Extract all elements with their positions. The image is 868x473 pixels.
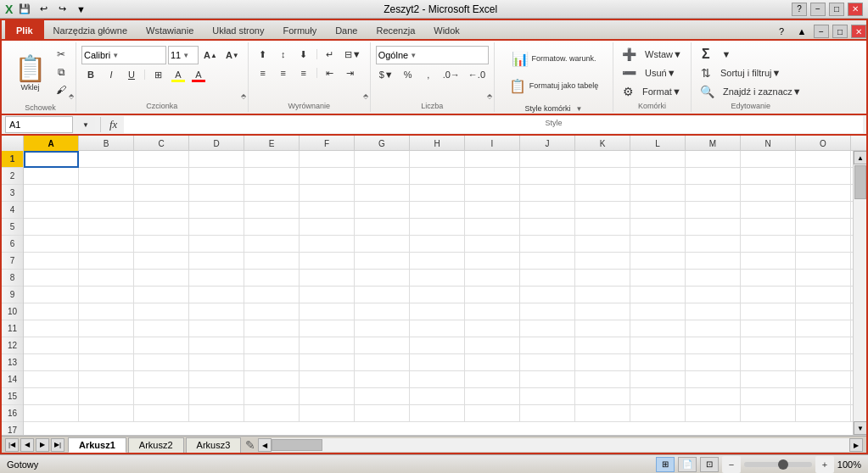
minimize-button[interactable]: − xyxy=(810,3,826,16)
row-header-11[interactable]: 11 xyxy=(2,320,23,337)
align-middle-button[interactable]: ↕ xyxy=(274,46,293,63)
copy-button[interactable]: ⧉ xyxy=(52,64,70,81)
col-header-d[interactable]: D xyxy=(189,136,244,151)
col-header-n[interactable]: N xyxy=(741,136,796,151)
increase-decimal-button[interactable]: .0→ xyxy=(440,66,463,83)
thousands-button[interactable]: , xyxy=(419,66,438,83)
row-header-15[interactable]: 15 xyxy=(2,388,23,405)
cell-styles-button[interactable]: Style komórki ▼ xyxy=(505,100,603,117)
zoom-in-button[interactable]: + xyxy=(815,456,834,473)
cell-l1[interactable] xyxy=(630,151,686,168)
bold-button[interactable]: B xyxy=(81,66,100,83)
col-header-i[interactable]: I xyxy=(465,136,520,151)
cell-f1[interactable] xyxy=(300,151,355,168)
redo-button[interactable]: ↪ xyxy=(53,2,70,17)
col-header-h[interactable]: H xyxy=(410,136,465,151)
name-box-dropdown[interactable]: ▼ xyxy=(76,116,95,133)
col-header-a[interactable]: A xyxy=(24,136,79,151)
percent-button[interactable]: % xyxy=(399,66,417,83)
row-header-3[interactable]: 3 xyxy=(2,185,23,202)
sheet-tab-arkusz1[interactable]: Arkusz1 xyxy=(68,437,126,453)
row-header-7[interactable]: 7 xyxy=(2,253,23,270)
formula-input[interactable] xyxy=(124,116,863,133)
wrap-text-button[interactable]: ↵ xyxy=(321,46,339,63)
row-header-16[interactable]: 16 xyxy=(2,405,23,422)
ribbon-close-button[interactable]: ✕ xyxy=(851,25,866,38)
row-header-12[interactable]: 12 xyxy=(2,337,23,354)
row-header-5[interactable]: 5 xyxy=(2,219,23,236)
sheet-last-button[interactable]: ▶| xyxy=(51,438,64,452)
restore-button[interactable]: □ xyxy=(829,3,844,16)
tab-narzedzia-glowne[interactable]: Narzędzia główne xyxy=(44,20,137,39)
merge-button[interactable]: ⊟▼ xyxy=(341,46,365,63)
zoom-slider[interactable] xyxy=(744,462,812,467)
tab-recenzja[interactable]: Recenzja xyxy=(367,20,424,39)
cell-b1[interactable] xyxy=(79,151,134,168)
col-header-l[interactable]: L xyxy=(630,136,686,151)
indent-decrease-button[interactable]: ⇤ xyxy=(321,64,339,81)
align-right-button[interactable]: ≡ xyxy=(294,64,313,81)
font-shrink-button[interactable]: A▼ xyxy=(222,47,243,64)
new-sheet-button[interactable]: ✎ xyxy=(243,437,258,453)
sheet-prev-button[interactable]: ◀ xyxy=(20,438,34,452)
scroll-right-button[interactable]: ▶ xyxy=(849,438,863,452)
indent-increase-button[interactable]: ⇥ xyxy=(341,64,360,81)
cell-m1[interactable] xyxy=(686,151,741,168)
czcionka-expand-icon[interactable]: ⬘ xyxy=(241,92,246,100)
page-layout-button[interactable]: 📄 xyxy=(678,457,697,472)
sort-button[interactable]: Sortuj i filtruj▼ xyxy=(717,64,784,81)
sum-dropdown-icon[interactable]: ▼ xyxy=(717,46,736,63)
tab-dane[interactable]: Dane xyxy=(326,20,367,39)
sheet-tab-arkusz3[interactable]: Arkusz3 xyxy=(186,437,242,453)
number-format-dropdown[interactable]: Ogólne ▼ xyxy=(376,46,489,64)
scroll-up-button[interactable]: ▲ xyxy=(854,151,866,164)
close-button[interactable]: ✕ xyxy=(848,3,863,16)
fill-color-button[interactable]: A xyxy=(169,66,188,83)
accounting-format-button[interactable]: $▼ xyxy=(376,66,397,83)
conditional-format-button[interactable]: 📊 Formatow. warunk. xyxy=(505,46,603,71)
cell-n1[interactable] xyxy=(741,151,796,168)
cell-i1[interactable] xyxy=(465,151,520,168)
row-header-9[interactable]: 9 xyxy=(2,287,23,303)
paste-button[interactable]: 📋 Wklej xyxy=(10,46,50,102)
cell-c1[interactable] xyxy=(134,151,189,168)
cell-j1[interactable] xyxy=(520,151,575,168)
wyrownanie-expand-icon[interactable]: ⬘ xyxy=(363,92,368,100)
corner-cell[interactable] xyxy=(2,136,24,151)
sheet-first-button[interactable]: |◀ xyxy=(5,438,19,452)
help-button[interactable]: ? xyxy=(792,3,807,16)
cell-g1[interactable] xyxy=(355,151,410,168)
row-header-4[interactable]: 4 xyxy=(2,202,23,219)
ribbon-collapse-button[interactable]: ▲ xyxy=(793,24,810,39)
cell-d1[interactable] xyxy=(189,151,244,168)
horizontal-scrollbar[interactable]: ◀ ▶ xyxy=(258,438,863,452)
h-scroll-track[interactable] xyxy=(272,438,849,452)
scroll-left-button[interactable]: ◀ xyxy=(258,438,272,452)
liczba-expand-icon[interactable]: ⬘ xyxy=(487,92,492,100)
cell-o1[interactable] xyxy=(796,151,851,168)
cell-k1[interactable] xyxy=(575,151,630,168)
scroll-thumb[interactable] xyxy=(854,165,866,199)
border-button[interactable]: ⊞ xyxy=(148,66,167,83)
sheet-tab-arkusz2[interactable]: Arkusz2 xyxy=(128,437,184,453)
save-button[interactable]: 💾 xyxy=(16,2,33,17)
row-header-8[interactable]: 8 xyxy=(2,270,23,287)
tab-wstawianie[interactable]: Wstawianie xyxy=(137,20,203,39)
vertical-scrollbar[interactable]: ▲ ▼ xyxy=(853,151,866,435)
col-header-k[interactable]: K xyxy=(575,136,630,151)
zoom-out-button[interactable]: − xyxy=(722,456,741,473)
sheet-next-button[interactable]: ▶ xyxy=(36,438,49,452)
delete-button[interactable]: Usuń▼ xyxy=(641,64,680,81)
insert-button[interactable]: Wstaw▼ xyxy=(641,46,686,63)
cut-button[interactable]: ✂ xyxy=(52,46,70,63)
row-header-10[interactable]: 10 xyxy=(2,303,23,320)
row-header-14[interactable]: 14 xyxy=(2,371,23,388)
row-header-17[interactable]: 17 xyxy=(2,422,23,435)
format-button[interactable]: Format▼ xyxy=(639,83,685,100)
row-header-13[interactable]: 13 xyxy=(2,354,23,371)
row-header-2[interactable]: 2 xyxy=(2,168,23,185)
qat-dropdown-button[interactable]: ▼ xyxy=(72,2,89,17)
normal-view-button[interactable]: ⊞ xyxy=(656,457,675,472)
tab-plik[interactable]: Plik xyxy=(5,20,44,39)
col-header-o[interactable]: O xyxy=(796,136,851,151)
